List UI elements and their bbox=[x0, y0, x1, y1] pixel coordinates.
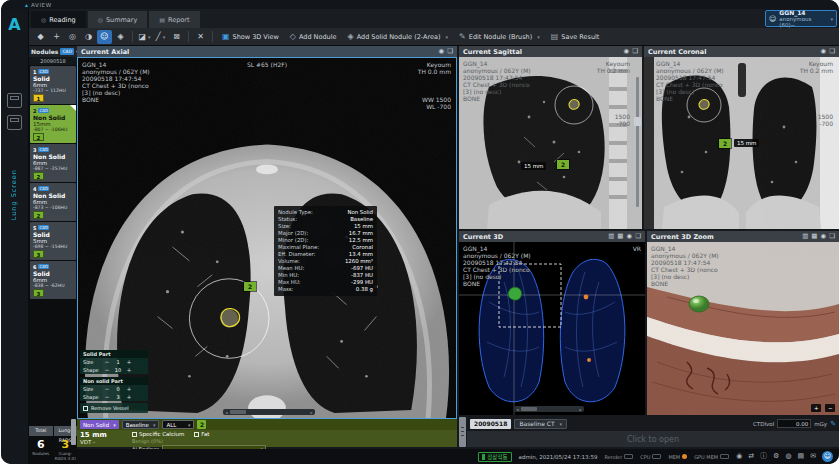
coronal-image[interactable]: GGN_14anonymous / 062Y (M)20090518 17:47… bbox=[644, 57, 839, 229]
maximize-icon[interactable]: ❏ bbox=[632, 46, 638, 57]
camera-icon[interactable]: ◉ bbox=[736, 449, 742, 464]
tab-summary[interactable]: ◎Summary bbox=[88, 11, 148, 28]
increment-button[interactable]: + bbox=[126, 366, 132, 374]
edit-icon[interactable]: ✎ bbox=[830, 420, 836, 428]
chevron-down-icon[interactable]: ▾ bbox=[830, 16, 833, 22]
chevron-down-icon[interactable]: ▾ bbox=[148, 34, 151, 40]
edit-nodule-brush--button[interactable]: ✎Edit Nodule (Brush)▾ bbox=[454, 30, 545, 44]
nodule-marker-tool[interactable]: ☺ bbox=[97, 30, 112, 44]
chevron-down-icon[interactable]: ▾ bbox=[188, 422, 191, 428]
nodule-card-6[interactable]: 6CADSolid6mm-838 ~ -62HU3 bbox=[30, 261, 76, 299]
magnifier-tool[interactable]: ◎ bbox=[65, 30, 80, 44]
nodule-number-badge[interactable]: 2 bbox=[557, 160, 569, 169]
layout-toggle-icon[interactable] bbox=[7, 93, 22, 108]
study-date-tab[interactable]: 20090518 bbox=[470, 419, 511, 429]
decrement-button[interactable]: − bbox=[104, 385, 110, 393]
chevron-down-icon[interactable]: ▾ bbox=[163, 34, 166, 40]
checkbox-icon[interactable] bbox=[132, 432, 137, 437]
nodule-card-4[interactable]: 4CADNon Solid6mm-873 ~ -106HU2 bbox=[30, 183, 76, 221]
sagittal-image[interactable]: GGN_14anonymous / 062Y (M)20090518 17:47… bbox=[459, 57, 642, 229]
comparison-drop-zone[interactable]: Click to open bbox=[467, 431, 839, 447]
save-result-button[interactable]: ▤Save Result bbox=[546, 30, 605, 44]
zoom-out-button[interactable]: − bbox=[825, 404, 835, 412]
grid-icon[interactable]: ▦ bbox=[811, 231, 817, 242]
monitor-icon[interactable]: ▤ bbox=[798, 449, 805, 464]
globe-icon[interactable]: ◍ bbox=[785, 449, 791, 464]
ctdi-input[interactable]: 0.00 bbox=[777, 419, 811, 428]
slider-handle[interactable] bbox=[634, 117, 641, 126]
maximize-icon[interactable]: ❏ bbox=[829, 231, 835, 242]
scroll-left-icon[interactable]: ◂ bbox=[223, 410, 230, 415]
chevron-down-icon[interactable]: ▾ bbox=[537, 34, 540, 40]
increment-button[interactable]: + bbox=[126, 385, 132, 393]
patient-chip[interactable]: ☺ GGN_14 anonymous (60)~ ▾ bbox=[765, 10, 837, 27]
maximize-icon[interactable]: ❏ bbox=[829, 46, 835, 57]
sagittal-slice-slider[interactable] bbox=[636, 77, 639, 207]
nodule-card-1[interactable]: 1CADSolid6mm-737 ~ 112HU1 bbox=[30, 66, 76, 104]
crosshair-tool[interactable]: ◆ bbox=[33, 30, 48, 44]
scroll-right-icon[interactable]: ▸ bbox=[308, 410, 315, 415]
zoom-in-button[interactable]: + bbox=[811, 404, 821, 412]
maximize-icon[interactable]: ❏ bbox=[635, 231, 641, 242]
layout-icon[interactable]: ▥ bbox=[608, 231, 614, 242]
timeline-side-handle[interactable] bbox=[459, 417, 466, 447]
nodule-card-2[interactable]: 2CADNon Solid15mm-807 ~ -106HU2 bbox=[30, 105, 76, 143]
contrast-tool[interactable]: ◑ bbox=[81, 30, 96, 44]
chevron-down-icon[interactable]: ▾ bbox=[560, 421, 563, 427]
clear-selection-tool[interactable]: ⊠ bbox=[169, 30, 184, 44]
specific-calcium-checkbox[interactable]: Specific Calcium bbox=[132, 431, 184, 437]
tab-reading[interactable]: ◎Reading bbox=[31, 11, 86, 28]
scroll-right-icon[interactable]: ▸ bbox=[577, 407, 584, 412]
chevron-down-icon[interactable]: ▾ bbox=[113, 422, 116, 428]
nodule-number-badge[interactable]: 2 bbox=[244, 282, 256, 291]
remove-vessel-checkbox[interactable] bbox=[83, 406, 88, 411]
status-dropdown[interactable]: Baseline ▾ bbox=[122, 420, 160, 429]
scrollbar-handle[interactable] bbox=[521, 407, 537, 411]
nodule-card-3[interactable]: 3CADNon Solid6mm-887 ~ -257HU2 bbox=[30, 144, 76, 182]
3d-zoom-image[interactable]: GGN_14anonymous / 062Y (M)20090518 17:47… bbox=[647, 242, 839, 415]
checkbox-icon[interactable] bbox=[194, 432, 199, 437]
3d-image[interactable]: GGN_14anonymous / 062Y (M)20090518 17:47… bbox=[459, 242, 645, 415]
increment-button[interactable]: + bbox=[126, 358, 132, 366]
3d-scrollbar[interactable]: ◂ ▸ bbox=[514, 406, 584, 412]
tab-report[interactable]: ▤Report bbox=[149, 11, 199, 28]
pan-tool[interactable]: + bbox=[49, 30, 64, 44]
snapshot-icon[interactable]: ◉ bbox=[821, 231, 827, 242]
user-avatar[interactable]: ☺ bbox=[822, 451, 833, 462]
network-icon[interactable]: ⇄ bbox=[748, 449, 754, 464]
study-dropdown[interactable]: Baseline CT ▾ bbox=[514, 419, 567, 429]
filter-dropdown[interactable]: ALL ▾ bbox=[162, 420, 194, 429]
delete-tool[interactable]: ✕ bbox=[193, 30, 208, 44]
layout-toggle-2-icon[interactable] bbox=[7, 115, 22, 130]
axial-image[interactable]: GGN_14anonymous / 062Y (M)20090518 17:47… bbox=[77, 57, 457, 419]
add-solid-nodule-2-area--button[interactable]: ◈Add Solid Nodule (2-Area)▾ bbox=[343, 30, 454, 44]
decrement-button[interactable]: − bbox=[104, 358, 110, 366]
remove-vessel-row[interactable]: Remove Vessel bbox=[80, 403, 148, 413]
add-nodule-button[interactable]: ◇Add Nodule bbox=[285, 30, 342, 44]
grid-icon[interactable]: ▦ bbox=[617, 231, 623, 242]
maximize-icon[interactable]: ❏ bbox=[447, 46, 453, 57]
eraser-tool[interactable]: ◪▾ bbox=[137, 30, 152, 44]
info-icon[interactable]: ⓘ bbox=[760, 449, 767, 464]
layout-icon[interactable]: ▥ bbox=[802, 231, 808, 242]
measure-tool[interactable]: ╱▾ bbox=[153, 30, 168, 44]
edit-bar-side-handle[interactable] bbox=[71, 419, 76, 445]
nodule-card-5[interactable]: 5CADSolid5mm-698 ~ -154HU3 bbox=[30, 222, 76, 260]
snapshot-icon[interactable]: ◉ bbox=[624, 46, 630, 57]
slice-scrollbar[interactable]: ◂ ▸ bbox=[223, 409, 315, 415]
nodule-type-chip[interactable]: Non Solid ▾ bbox=[80, 420, 119, 429]
scrollbar-handle[interactable] bbox=[230, 410, 246, 414]
fat-checkbox[interactable]: Fat bbox=[194, 431, 209, 437]
scroll-left-icon[interactable]: ◂ bbox=[514, 407, 521, 412]
bell-icon[interactable]: ✉ bbox=[810, 449, 816, 464]
chevron-down-icon[interactable]: ▾ bbox=[153, 422, 156, 428]
chevron-down-icon[interactable]: ▾ bbox=[446, 34, 449, 40]
settings-icon[interactable]: ⚙ bbox=[773, 449, 779, 464]
diamond-tool[interactable]: ◈ bbox=[113, 30, 128, 44]
cad-badge[interactable]: CAD bbox=[60, 48, 74, 55]
show-3d-view-button[interactable]: ▣Show 3D View bbox=[217, 30, 284, 44]
decrement-button[interactable]: − bbox=[104, 366, 110, 374]
increment-button[interactable]: + bbox=[126, 393, 132, 401]
decrement-button[interactable]: − bbox=[104, 393, 110, 401]
snapshot-icon[interactable]: ◉ bbox=[821, 46, 827, 57]
